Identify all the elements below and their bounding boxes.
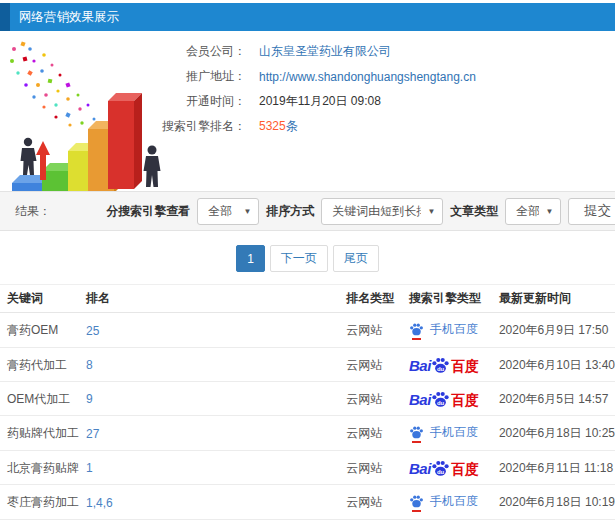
svg-text:du: du (437, 400, 445, 406)
company-link[interactable]: 山东皇圣堂药业有限公司 (259, 44, 391, 58)
engine-cell: 手机百度 (402, 313, 492, 348)
article-type-select[interactable]: 全部 ▼ (505, 198, 561, 225)
engine-cell: Bai du 百度 (402, 382, 492, 416)
baidu-mobile-logo[interactable]: 手机百度 (409, 493, 478, 510)
rank-cell: 25 (79, 313, 339, 348)
paw-underline (412, 441, 421, 443)
col-rank-type: 排名类型 (339, 285, 402, 313)
pagination: 1 下一页 尾页 (0, 245, 615, 272)
engine-label: 手机百度 (430, 424, 478, 441)
rank-link[interactable]: 25 (86, 324, 99, 338)
rank-unit: 条 (286, 119, 298, 133)
engine-cell: 手机百度 (402, 485, 492, 520)
engine-cell: Bai du 百度 (402, 348, 492, 382)
table-row: OEM代加工9云网站 Bai du 百度 2020年6月5日 14:57 (0, 382, 615, 416)
company-row: 会员公司： 山东皇圣堂药业有限公司 (0, 39, 615, 64)
page-1-button[interactable]: 1 (236, 245, 265, 272)
updated-cell: 2020年6月5日 14:57 (492, 382, 615, 416)
col-engine-type: 搜索引擎类型 (402, 285, 492, 313)
engine-rank-label: 搜索引擎排名： (0, 118, 246, 135)
rank-link[interactable]: 8 (86, 358, 93, 372)
rank-cell: 1 (79, 451, 339, 485)
baidu-mobile-logo[interactable]: 手机百度 (409, 321, 478, 338)
baidu-paw-icon (409, 425, 424, 440)
keyword-cell: 药贴牌代加工 (0, 416, 79, 451)
engine-rank-row: 搜索引擎排名： 5325条 (0, 114, 615, 139)
baidu-paw-icon: du (431, 459, 450, 478)
promo-url-row: 推广地址： http://www.shandonghuangshengtang.… (0, 64, 615, 89)
rank-link[interactable]: 1 (86, 461, 93, 475)
rank-type-cell: 云网站 (339, 382, 402, 416)
rank-cell: 8 (79, 348, 339, 382)
engine-cell: Bai du 百度 (402, 451, 492, 485)
promo-url-link[interactable]: http://www.shandonghuangshengtang.cn (259, 70, 476, 84)
rank-type-cell: 云网站 (339, 313, 402, 348)
article-type-label: 文章类型 (450, 203, 498, 220)
baidu-pc-logo[interactable]: Bai du 百度 (409, 459, 479, 476)
baidu-pc-logo[interactable]: Bai du 百度 (409, 390, 479, 407)
chevron-down-icon: ▼ (539, 207, 553, 216)
table-row: 枣庄膏药加工1,4,6云网站 手机百度 2020年6月18日 10:19 (0, 485, 615, 520)
results-table-body: 膏药OEM25云网站 手机百度 2020年6月9日 17:50膏药代加工8云网站… (0, 313, 615, 520)
next-page-button[interactable]: 下一页 (270, 245, 328, 272)
engine-label: 手机百度 (430, 321, 478, 338)
paw-underline (412, 338, 421, 340)
opened-time-label: 开通时间： (0, 93, 246, 110)
page-title: 网络营销效果展示 (19, 10, 119, 24)
engine-rank-value: 5325条 (246, 118, 615, 135)
table-header-row: 关键词 排名 排名类型 搜索引擎类型 最新更新时间 (0, 285, 615, 313)
businessman-right (144, 146, 161, 188)
engine-filter-label: 分搜索引擎查看 (106, 203, 190, 220)
rank-cell: 27 (79, 416, 339, 451)
chevron-down-icon: ▼ (237, 207, 251, 216)
businessman-left (21, 138, 37, 175)
company-label: 会员公司： (0, 43, 246, 60)
updated-cell: 2020年6月18日 10:25 (492, 416, 615, 451)
rank-count: 5325 (259, 119, 286, 133)
updated-cell: 2020年6月10日 13:40 (492, 348, 615, 382)
page: 网络营销效果展示 (0, 0, 615, 520)
chevron-down-icon: ▼ (421, 207, 435, 216)
keyword-cell: 膏药代加工 (0, 348, 79, 382)
engine-label: 手机百度 (430, 493, 478, 510)
rank-type-cell: 云网站 (339, 348, 402, 382)
rank-cell: 9 (79, 382, 339, 416)
promo-url-label: 推广地址： (0, 68, 246, 85)
table-row: 膏药OEM25云网站 手机百度 2020年6月9日 17:50 (0, 313, 615, 348)
sort-select[interactable]: 关键词由短到长排序 ▼ (321, 198, 443, 225)
engine-cell: 手机百度 (402, 416, 492, 451)
keyword-cell: OEM代加工 (0, 382, 79, 416)
baidu-paw-icon (409, 322, 424, 337)
paw-underline (412, 510, 421, 512)
keyword-cell: 枣庄膏药加工 (0, 485, 79, 520)
baidu-paw-icon: du (431, 356, 450, 375)
last-page-button[interactable]: 尾页 (333, 245, 379, 272)
filter-controls: 分搜索引擎查看 全部 ▼ 排序方式 关键词由短到长排序 ▼ 文章类型 全部 ▼ … (106, 198, 615, 225)
rank-type-cell: 云网站 (339, 485, 402, 520)
rank-type-cell: 云网站 (339, 451, 402, 485)
submit-button[interactable]: 提交 (568, 198, 615, 225)
table-row: 北京膏药贴牌1云网站 Bai du 百度 2020年6月11日 11:18 (0, 451, 615, 485)
baidu-paw-icon (409, 494, 424, 509)
result-label: 结果： (15, 203, 51, 220)
rank-link[interactable]: 1,4,6 (86, 496, 113, 510)
rank-link[interactable]: 9 (86, 392, 93, 406)
rank-type-cell: 云网站 (339, 416, 402, 451)
rank-link[interactable]: 27 (86, 427, 99, 441)
rank-cell: 1,4,6 (79, 485, 339, 520)
keyword-cell: 膏药OEM (0, 313, 79, 348)
member-fields: 会员公司： 山东皇圣堂药业有限公司 推广地址： http://www.shand… (0, 31, 615, 139)
sort-label: 排序方式 (266, 203, 314, 220)
titlebar-accent (0, 3, 10, 31)
engine-filter-select[interactable]: 全部 ▼ (197, 198, 259, 225)
opened-time-row: 开通时间： 2019年11月20日 09:08 (0, 89, 615, 114)
svg-text:du: du (437, 366, 445, 372)
baidu-mobile-logo[interactable]: 手机百度 (409, 424, 478, 441)
updated-cell: 2020年6月9日 17:50 (492, 313, 615, 348)
filter-bar: 结果： 分搜索引擎查看 全部 ▼ 排序方式 关键词由短到长排序 ▼ 文章类型 全… (0, 191, 615, 231)
col-updated: 最新更新时间 (492, 285, 615, 313)
table-row: 药贴牌代加工27云网站 手机百度 2020年6月18日 10:25 (0, 416, 615, 451)
keyword-cell: 北京膏药贴牌 (0, 451, 79, 485)
baidu-pc-logo[interactable]: Bai du 百度 (409, 356, 479, 373)
results-table: 关键词 排名 排名类型 搜索引擎类型 最新更新时间 膏药OEM25云网站 手机百… (0, 284, 615, 520)
